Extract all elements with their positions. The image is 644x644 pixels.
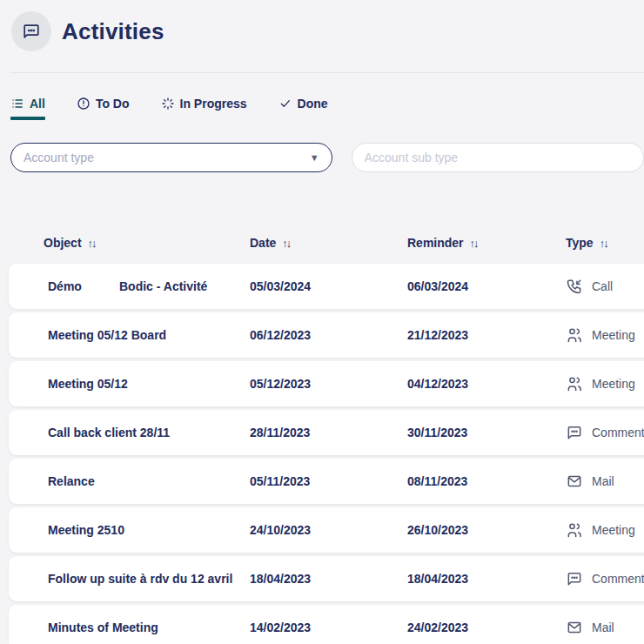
activity-reminder: 08/11/2023 (407, 474, 566, 488)
call-icon (566, 278, 583, 295)
mail-icon (566, 473, 583, 490)
activity-date: 14/02/2023 (250, 621, 407, 634)
type-cell: Comment (566, 570, 644, 587)
activity-type-label: Comment (592, 572, 644, 586)
type-cell: Meeting (566, 521, 644, 539)
sort-icon[interactable]: ↑↓ (88, 237, 96, 250)
activity-reminder: 24/02/2023 (407, 621, 566, 634)
comment-icon (566, 570, 583, 587)
activity-type-label: Mail (592, 621, 614, 634)
activity-object: Meeting 2510 (48, 523, 130, 537)
activities-page: Activities All To Do In Progress Done Ac… (0, 0, 644, 644)
account-type-select[interactable]: Account type ▼ (10, 143, 332, 172)
type-cell: Comment (566, 424, 644, 441)
activity-type-label: Mail (592, 474, 614, 488)
activity-object: Call back client 28/11 (48, 426, 175, 439)
check-icon (278, 97, 292, 111)
page-header: Activities (0, 0, 644, 51)
activity-object: Démo (48, 279, 119, 293)
activity-object: Follow up suite à rdv du 12 avril (48, 572, 238, 586)
table-row[interactable]: Meeting 2510 24/10/2023 26/10/2023 Meeti… (9, 507, 644, 553)
column-header-date[interactable]: Date ↑↓ (250, 236, 407, 250)
column-label: Type (566, 236, 594, 250)
type-cell: Meeting (566, 326, 644, 344)
object-cell: Relance (48, 474, 250, 488)
activity-object: Minutes of Meeting (48, 621, 164, 634)
chevron-down-icon: ▼ (310, 152, 319, 163)
table-row[interactable]: Minutes of Meeting 14/02/2023 24/02/2023… (9, 605, 644, 644)
comment-icon (566, 424, 583, 441)
activity-reminder: 30/11/2023 (407, 426, 566, 439)
object-cell: Call back client 28/11 (48, 426, 250, 439)
filters-bar: Account type ▼ (10, 143, 644, 172)
activity-type-label: Call (592, 279, 613, 293)
activity-date: 05/11/2023 (250, 474, 407, 488)
tab-label: In Progress (180, 97, 247, 111)
activity-date: 05/03/2024 (250, 279, 407, 293)
alert-circle-icon (77, 97, 91, 111)
activity-date: 18/04/2023 (250, 572, 407, 586)
activity-object: Meeting 05/12 (48, 377, 133, 391)
object-cell: Meeting 2510 (48, 523, 250, 537)
activity-type-label: Comment (592, 426, 644, 439)
loader-icon (161, 97, 175, 111)
tab-label: All (30, 97, 45, 111)
table-row[interactable]: Follow up suite à rdv du 12 avril 18/04/… (9, 556, 644, 601)
table-row[interactable]: Meeting 05/12 05/12/2023 04/12/2023 Meet… (9, 361, 644, 406)
list-icon (10, 97, 24, 111)
type-cell: Mail (566, 473, 644, 490)
activity-reminder: 04/12/2023 (407, 377, 566, 391)
object-cell: Follow up suite à rdv du 12 avril (48, 572, 250, 586)
sort-icon[interactable]: ↑↓ (470, 237, 478, 250)
sort-icon[interactable]: ↑↓ (600, 237, 607, 250)
activity-date: 24/10/2023 (250, 523, 407, 537)
mail-icon (566, 619, 583, 636)
object-cell: Minutes of Meeting (48, 621, 250, 634)
type-cell: Meeting (566, 375, 644, 392)
activity-date: 05/12/2023 (250, 377, 407, 391)
page-title: Activities (62, 18, 164, 45)
tab-in-progress[interactable]: In Progress (161, 97, 247, 120)
table-row[interactable]: Relance 05/11/2023 08/11/2023 Mail (9, 459, 644, 504)
tab-label: Done (298, 97, 328, 111)
header-divider (10, 72, 644, 73)
table-row[interactable]: Call back client 28/11 28/11/2023 30/11/… (9, 410, 644, 455)
object-cell: Démo Bodic - Activité (48, 279, 250, 293)
activity-date: 06/12/2023 (250, 328, 407, 342)
column-header-reminder[interactable]: Reminder ↑↓ (407, 236, 566, 250)
type-cell: Call (566, 278, 644, 295)
sort-icon[interactable]: ↑↓ (282, 237, 290, 250)
tab-to-do[interactable]: To Do (77, 97, 130, 120)
tabs-bar: All To Do In Progress Done (0, 97, 644, 120)
meeting-icon (566, 521, 583, 539)
activity-account: Bodic - Activité (119, 279, 207, 293)
activity-reminder: 21/12/2023 (407, 328, 566, 342)
column-header-object[interactable]: Object ↑↓ (44, 236, 250, 250)
activities-avatar (11, 11, 51, 51)
column-header-type[interactable]: Type ↑↓ (566, 236, 644, 250)
table-body: Démo Bodic - Activité 05/03/2024 06/03/2… (0, 264, 644, 644)
activity-reminder: 06/03/2024 (407, 279, 566, 293)
activity-object: Relance (48, 474, 100, 488)
activity-object: Meeting 05/12 Board (48, 328, 171, 342)
tab-all[interactable]: All (10, 97, 45, 120)
chat-bubble-icon (22, 22, 41, 41)
activity-type-label: Meeting (592, 377, 635, 391)
column-label: Reminder (407, 236, 464, 250)
tab-label: To Do (96, 97, 130, 111)
activity-reminder: 18/04/2023 (407, 572, 566, 586)
activity-type-label: Meeting (592, 523, 635, 537)
meeting-icon (566, 375, 583, 392)
table-row[interactable]: Meeting 05/12 Board 06/12/2023 21/12/202… (9, 312, 644, 358)
account-type-placeholder: Account type (23, 151, 310, 164)
tab-done[interactable]: Done (278, 97, 328, 120)
object-cell: Meeting 05/12 Board (48, 328, 250, 342)
table-header: Object ↑↓ Date ↑↓ Reminder ↑↓ Type ↑↓ (0, 230, 644, 256)
table-row[interactable]: Démo Bodic - Activité 05/03/2024 06/03/2… (9, 264, 644, 309)
object-cell: Meeting 05/12 (48, 377, 250, 391)
account-sub-type-input[interactable] (352, 143, 644, 172)
type-cell: Mail (566, 619, 644, 636)
column-label: Date (250, 236, 276, 250)
activity-reminder: 26/10/2023 (407, 523, 566, 537)
meeting-icon (566, 326, 583, 344)
